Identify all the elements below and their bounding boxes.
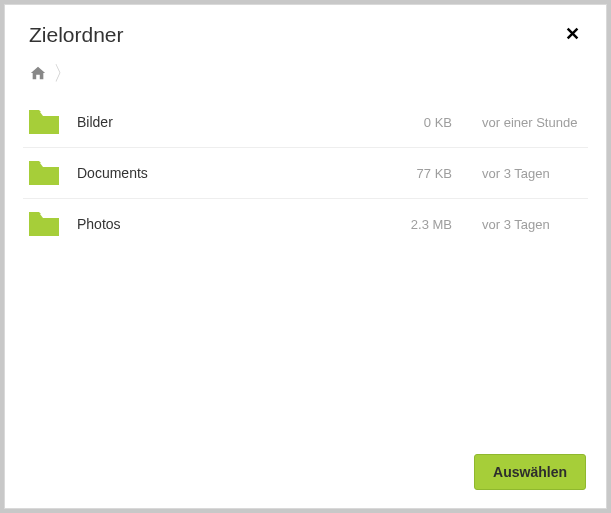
home-icon[interactable]	[29, 65, 47, 81]
folder-name: Photos	[77, 216, 362, 232]
dialog-footer: Auswählen	[5, 440, 606, 508]
folder-picker-dialog: Zielordner ✕ 〉 Bilder 0 KB vor einer Stu…	[4, 4, 607, 509]
dialog-title: Zielordner	[29, 23, 124, 47]
folder-list: Bilder 0 KB vor einer Stunde Documents 7…	[5, 97, 606, 440]
folder-icon	[29, 109, 59, 135]
folder-size: 77 KB	[362, 166, 452, 181]
close-icon: ✕	[565, 24, 580, 44]
dialog-header: Zielordner ✕	[5, 5, 606, 57]
folder-time: vor 3 Tagen	[452, 217, 582, 232]
folder-size: 2.3 MB	[362, 217, 452, 232]
list-item[interactable]: Photos 2.3 MB vor 3 Tagen	[23, 199, 588, 249]
folder-time: vor einer Stunde	[452, 115, 582, 130]
folder-icon	[29, 211, 59, 237]
breadcrumb: 〉	[5, 57, 606, 97]
folder-name: Documents	[77, 165, 362, 181]
chevron-right-icon: 〉	[53, 63, 73, 83]
folder-name: Bilder	[77, 114, 362, 130]
list-item[interactable]: Bilder 0 KB vor einer Stunde	[23, 97, 588, 148]
close-button[interactable]: ✕	[563, 23, 582, 45]
list-item[interactable]: Documents 77 KB vor 3 Tagen	[23, 148, 588, 199]
folder-time: vor 3 Tagen	[452, 166, 582, 181]
folder-size: 0 KB	[362, 115, 452, 130]
folder-icon	[29, 160, 59, 186]
select-button[interactable]: Auswählen	[474, 454, 586, 490]
